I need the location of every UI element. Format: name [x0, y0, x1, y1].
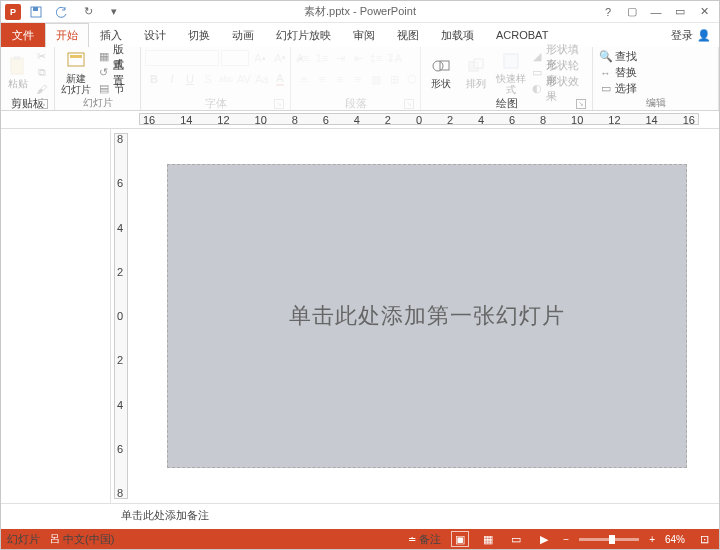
slide-placeholder[interactable]: 单击此处添加第一张幻灯片	[167, 164, 687, 468]
app-icon: P	[5, 4, 21, 20]
font-size-dropdown[interactable]	[221, 50, 249, 66]
svg-rect-3	[14, 56, 20, 60]
bold-button[interactable]: B	[145, 70, 163, 88]
svg-rect-1	[33, 7, 38, 11]
decrease-font-button[interactable]: A▾	[271, 49, 289, 67]
horizontal-ruler[interactable]: 1614121086420246810121416	[1, 111, 719, 129]
copy-icon: ⧉	[35, 66, 48, 79]
bullets-button[interactable]: •≡	[295, 49, 313, 67]
zoom-out-button[interactable]: −	[563, 534, 569, 545]
list-level-button[interactable]: ⇥	[331, 49, 349, 67]
qat-customize[interactable]: ▾	[103, 2, 125, 22]
undo-button[interactable]	[51, 2, 73, 22]
tab-animations[interactable]: 动画	[221, 23, 265, 47]
tab-review[interactable]: 审阅	[342, 23, 386, 47]
help-button[interactable]: ?	[597, 2, 619, 22]
line-spacing-button[interactable]: ‡≡	[367, 49, 385, 67]
arrange-button[interactable]: 排列	[460, 50, 493, 96]
section-button[interactable]: ▤节	[96, 81, 136, 96]
decrease-indent-button[interactable]: ⇤	[349, 49, 367, 67]
align-right-button[interactable]: ≡	[331, 70, 349, 88]
ribbon: 粘贴 ✂ ⧉ 🖌 剪贴板↘ 新建 幻灯片 ▦版式 ↺重置 ▤节 幻灯片	[1, 47, 719, 111]
placeholder-text: 单击此处添加第一张幻灯片	[289, 301, 565, 331]
shadow-button[interactable]: abc	[217, 70, 235, 88]
tab-home[interactable]: 开始	[45, 23, 89, 48]
normal-view-button[interactable]: ▣	[451, 531, 469, 547]
tab-view[interactable]: 视图	[386, 23, 430, 47]
sorter-view-button[interactable]: ▦	[479, 531, 497, 547]
slide-canvas[interactable]: 单击此处添加第一张幻灯片	[135, 129, 719, 503]
align-text-button[interactable]: ⊞	[385, 70, 403, 88]
new-slide-button[interactable]: 新建 幻灯片	[59, 50, 94, 96]
redo-button[interactable]: ↻	[77, 2, 99, 22]
case-button[interactable]: Aa	[253, 70, 271, 88]
status-language[interactable]: 呂 中文(中国)	[50, 532, 114, 547]
select-icon: ▭	[599, 82, 612, 95]
save-button[interactable]	[25, 2, 47, 22]
find-button[interactable]: 🔍查找	[597, 49, 639, 64]
ribbon-options[interactable]: ▢	[621, 2, 643, 22]
shapes-icon	[431, 56, 451, 76]
sign-in[interactable]: 登录👤	[663, 23, 719, 47]
font-family-dropdown[interactable]	[145, 50, 219, 66]
svg-rect-10	[504, 54, 518, 68]
vertical-ruler[interactable]: 864202468	[111, 129, 135, 503]
zoom-slider[interactable]	[579, 538, 639, 541]
quick-styles-button[interactable]: 快速样式	[495, 50, 528, 96]
zoom-level[interactable]: 64%	[665, 534, 685, 545]
columns-button[interactable]: ▥	[367, 70, 385, 88]
strike-button[interactable]: S	[199, 70, 217, 88]
spacing-button[interactable]: AV	[235, 70, 253, 88]
format-painter-button[interactable]: 🖌	[33, 81, 50, 96]
paste-button[interactable]: 粘贴	[5, 50, 31, 96]
status-bar: 幻灯片 呂 中文(中国) ≐ 备注 ▣ ▦ ▭ ▶ − + 64% ⊡	[1, 529, 719, 549]
user-icon: 👤	[697, 29, 711, 42]
paragraph-launcher[interactable]: ↘	[404, 99, 414, 109]
reset-icon: ↺	[98, 66, 110, 79]
shape-effects-button[interactable]: ◐形状效果	[530, 81, 588, 96]
document-area: 1614121086420246810121416 864202468 单击此处…	[1, 111, 719, 529]
reading-view-button[interactable]: ▭	[507, 531, 525, 547]
layout-icon: ▦	[98, 50, 110, 63]
reset-button[interactable]: ↺重置	[96, 65, 136, 80]
underline-button[interactable]: U	[181, 70, 199, 88]
increase-font-button[interactable]: A▴	[251, 49, 269, 67]
svg-rect-4	[68, 53, 84, 66]
italic-button[interactable]: I	[163, 70, 181, 88]
font-launcher[interactable]: ↘	[274, 99, 284, 109]
numbering-button[interactable]: 1≡	[313, 49, 331, 67]
clipboard-launcher[interactable]: ↘	[38, 99, 48, 109]
file-tab[interactable]: 文件	[1, 23, 45, 47]
tab-design[interactable]: 设计	[133, 23, 177, 47]
notes-pane[interactable]: 单击此处添加备注	[1, 503, 719, 529]
close-button[interactable]: ✕	[693, 2, 715, 22]
drawing-launcher[interactable]: ↘	[576, 99, 586, 109]
group-slides: 新建 幻灯片 ▦版式 ↺重置 ▤节 幻灯片	[55, 47, 141, 110]
align-center-button[interactable]: ≡	[313, 70, 331, 88]
font-color-button[interactable]: A	[271, 70, 289, 88]
slideshow-view-button[interactable]: ▶	[535, 531, 553, 547]
smartart-button[interactable]: ⬡	[403, 70, 421, 88]
zoom-in-button[interactable]: +	[649, 534, 655, 545]
shapes-button[interactable]: 形状	[425, 50, 458, 96]
select-button[interactable]: ▭选择	[597, 81, 639, 96]
fit-window-button[interactable]: ⊡	[695, 531, 713, 547]
text-direction-button[interactable]: ↧A	[385, 49, 403, 67]
group-paragraph: •≡ 1≡ ⇥ ⇤ ‡≡ ↧A ≡ ≡ ≡ ≡ ▥ ⊞ ⬡ 段落↘	[291, 47, 421, 110]
justify-button[interactable]: ≡	[349, 70, 367, 88]
cut-button[interactable]: ✂	[33, 49, 50, 64]
align-left-button[interactable]: ≡	[295, 70, 313, 88]
tab-slideshow[interactable]: 幻灯片放映	[265, 23, 342, 47]
fill-icon: ◢	[532, 50, 544, 63]
thumbnail-panel[interactable]	[1, 129, 111, 503]
restore-button[interactable]: ▭	[669, 2, 691, 22]
minimize-button[interactable]: —	[645, 2, 667, 22]
group-font: A▴ A▾ A̷ B I U S abc AV Aa A 字体↘	[141, 47, 291, 110]
window-title: 素材.pptx - PowerPoint	[304, 4, 416, 19]
status-slide[interactable]: 幻灯片	[7, 532, 40, 547]
status-notes-toggle[interactable]: ≐ 备注	[408, 532, 441, 547]
copy-button[interactable]: ⧉	[33, 65, 50, 80]
replace-button[interactable]: ↔替换	[597, 65, 639, 80]
tab-transitions[interactable]: 切换	[177, 23, 221, 47]
tab-addins[interactable]: 加载项	[430, 23, 485, 47]
